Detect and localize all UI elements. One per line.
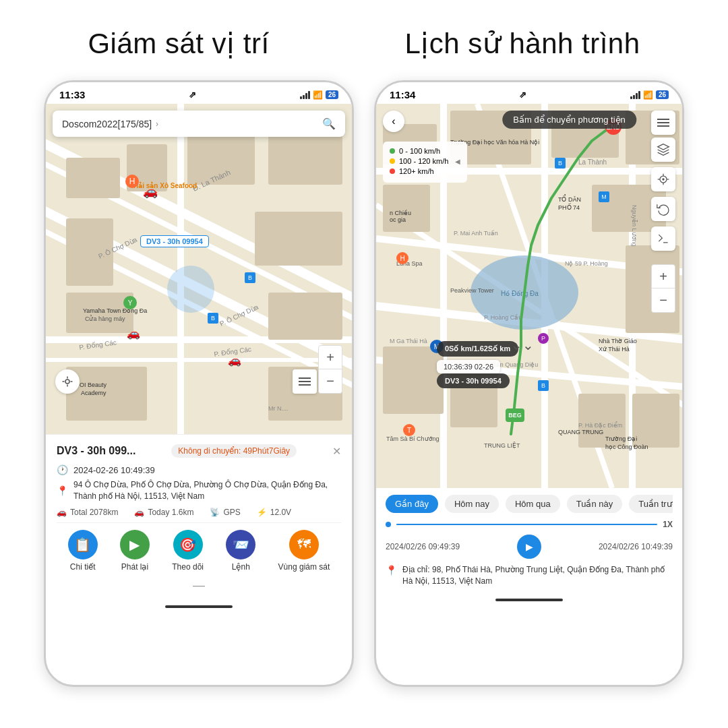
right-home-bar [495,599,563,601]
home-bar [165,605,233,608]
zoom-in-btn[interactable]: + [318,345,342,369]
right-zoom-out[interactable]: − [651,289,675,313]
svg-text:Nộ 59 P. Hoàng: Nộ 59 P. Hoàng [565,260,608,267]
refresh-btn[interactable] [651,197,675,221]
left-search-bar[interactable]: Doscom2022[175/85] › 🔍 [53,111,345,137]
voltage-stat: ⚡ 12.0V [257,508,291,517]
left-map[interactable]: Đ. La Thành Đ. La Thành P. Ô Chợ Dừa P. … [46,104,352,434]
svg-rect-62 [632,394,679,448]
legend-green: 0 - 100 km/h [390,147,460,155]
playback-btn[interactable]: ▶ Phát lại [120,530,150,572]
stats-row: 🚗 Total 2078km 🚗 Today 1.6km 📡 GPS ⚡ 12.… [57,508,341,517]
poi-bus-right-1: B [555,158,566,169]
right-map[interactable]: Hồ Đống Đa La Thành Nguyễn Lương [376,104,682,488]
layers-btn[interactable] [651,138,675,162]
right-wifi-icon: 📶 [643,90,653,100]
svg-text:P. Mai Anh Tuấn: P. Mai Anh Tuấn [454,230,498,237]
poi-bus-right-3: B [538,380,549,391]
vehicle-car-4[interactable]: 🚗 [127,327,140,340]
right-zoom-in[interactable]: + [651,264,675,289]
right-nav-icon: ⇗ [519,90,526,100]
svg-text:Nhà Thờ Giáo: Nhà Thờ Giáo [599,338,637,344]
svg-text:P. Hoàng Cầu: P. Hoàng Cầu [484,314,522,321]
tab-recent[interactable]: Gần đây [386,495,438,513]
close-btn[interactable]: ✕ [332,445,341,458]
target-btn[interactable] [651,167,675,191]
play-button[interactable]: ▶ [517,535,541,559]
tab-this-week[interactable]: Tuần này [567,495,623,513]
left-signal [300,91,310,99]
playback-times: 2024/02/26 09:49:39 ▶ 2024/02/26 10:49:3… [386,535,673,559]
command-icon: 📨 [226,530,255,559]
svg-text:QUANG TRUNG: QUANG TRUNG [558,429,603,435]
filter-tabs: Gần đây Hôm nay Hôm qua Tuần này Tuần tr… [386,495,673,513]
chevron-right-icon: › [156,119,158,129]
total-km: 🚗 Total 2078km [57,508,118,517]
end-time: 2024/02/26 10:49:39 [599,542,673,551]
right-status-icons: 📶 26 [630,90,669,100]
svg-rect-17 [66,367,147,421]
back-btn[interactable]: ‹ [383,111,404,132]
vehicle-card: DV3 - 30h 09954 [437,373,510,388]
left-time: 11:33 [59,89,85,100]
map-menu-btn[interactable] [293,369,317,394]
address-row: 📍 94 Ô Chợ Dừa, Phố Ô Chợ Dừa, Phường Ô … [57,479,341,502]
poi-place: P [538,333,549,344]
km-card: 0Số km/1.62Số km [437,341,518,357]
tab-today[interactable]: Hôm nay [445,495,499,513]
legend-arrow: ◀ [455,158,460,165]
tab-last-week[interactable]: Tuần trước [629,495,673,513]
more-indicator: — [57,578,341,593]
svg-rect-14 [255,212,342,266]
playback-row: 1X [386,520,673,529]
svg-point-89 [662,178,664,180]
right-battery: 26 [656,90,669,99]
today-km: 🚗 Today 1.6km [134,508,193,517]
svg-text:Yamaha Town Đống Đa: Yamaha Town Đống Đa [83,307,147,314]
left-wifi-icon: 📶 [313,90,323,100]
terminal-btn[interactable] [651,226,675,251]
right-signal [630,91,640,99]
vehicle-car-1[interactable]: 🚗 [143,184,158,199]
right-zoom-controls: + − [651,264,675,313]
clock-icon: 🕐 [57,464,68,475]
svg-rect-56 [383,185,430,232]
playback-speed: 1X [663,520,673,529]
right-time: 11:34 [390,89,415,100]
speed-legend: 0 - 100 km/h 100 - 120 km/h ◀ 120+ km/h [383,142,467,183]
right-map-controls [651,138,675,251]
track-btn[interactable]: 🎯 Theo dõi [172,530,204,572]
total-km-icon: 🚗 [57,508,67,517]
svg-text:OI Beauty: OI Beauty [80,382,107,388]
svg-text:Nguyễn Lương: Nguyễn Lương [631,205,638,247]
search-icon[interactable]: 🔍 [322,117,336,130]
svg-text:n Chiều: n Chiều [390,210,411,216]
right-address: Địa chỉ: 98, Phố Thái Hà, Phường Trung L… [402,564,673,587]
command-btn[interactable]: 📨 Lệnh [226,530,255,572]
expand-icon[interactable]: ⌄⌄ [511,337,534,353]
playback-progress[interactable] [396,524,657,525]
left-section-title: Giám sát vị trí [88,27,269,60]
detail-icon: 📋 [68,530,98,559]
poi-bus-1: B [245,272,255,283]
vehicle-address: 94 Ô Chợ Dừa, Phố Ô Chợ Dừa, Phường Ô Ch… [73,479,341,502]
vehicle-radius-indicator [167,266,214,313]
detail-btn[interactable]: 📋 Chi tiết [68,530,98,572]
vehicle-car-3[interactable]: 🚗 [228,354,241,367]
time-row: 🕐 2024-02-26 10:49:39 [57,464,341,475]
recenter-btn[interactable] [55,369,80,394]
right-address-row: 📍 Địa chỉ: 98, Phố Thái Hà, Phường Trung… [386,564,673,587]
poi-metro-1: M [599,191,609,202]
right-location-icon: 📍 [386,565,397,576]
svg-rect-59 [383,346,444,414]
gps-stat: 📡 GPS [210,508,240,517]
svg-text:Mr N....: Mr N.... [268,405,289,412]
right-phone: 11:34 ⇗ 📶 26 [374,80,684,687]
action-buttons: 📋 Chi tiết ▶ Phát lại 🎯 Theo dõi 📨 Lệnh [57,522,341,576]
hamburger-menu[interactable] [651,111,675,135]
right-bottom-panel: Gần đây Hôm nay Hôm qua Tuần này Tuần tr… [376,488,682,593]
zone-btn[interactable]: 🗺 Vùng giám sát [278,530,330,572]
tooltip-switch-vehicle[interactable]: Bấm để chuyển phương tiện [502,111,636,129]
zoom-out-btn[interactable]: − [318,369,342,394]
tab-yesterday[interactable]: Hôm qua [506,495,560,513]
